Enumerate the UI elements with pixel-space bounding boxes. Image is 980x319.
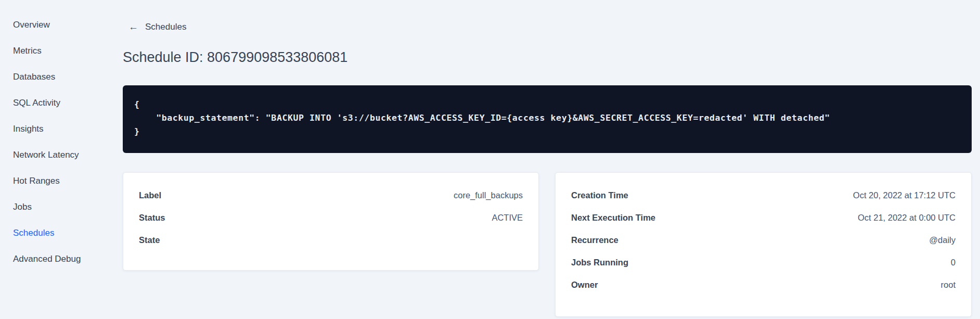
detail-label: Next Execution Time — [571, 212, 655, 223]
schedule-execution-card: Creation Time Oct 20, 2022 at 17:12 UTC … — [555, 172, 972, 317]
detail-label: State — [139, 234, 160, 246]
sidebar-item-schedules[interactable]: Schedules — [0, 220, 123, 246]
detail-row: Label core_full_backups — [139, 189, 523, 201]
detail-row: Creation Time Oct 20, 2022 at 17:12 UTC — [571, 189, 956, 201]
sidebar-item-insights[interactable]: Insights — [0, 116, 123, 142]
sidebar-item-network-latency[interactable]: Network Latency — [0, 142, 123, 168]
back-to-schedules-link[interactable]: ← Schedules — [128, 22, 186, 32]
back-link-label: Schedules — [145, 22, 186, 32]
sidebar-item-overview[interactable]: Overview — [0, 12, 123, 38]
detail-value: ACTIVE — [492, 212, 523, 223]
detail-cards: Label core_full_backups Status ACTIVE St… — [123, 172, 972, 317]
sidebar-item-hot-ranges[interactable]: Hot Ranges — [0, 168, 123, 194]
sidebar-item-advanced-debug[interactable]: Advanced Debug — [0, 246, 123, 272]
page-title: Schedule ID: 806799098533806081 — [123, 49, 972, 65]
sidebar: Overview Metrics Databases SQL Activity … — [0, 0, 123, 272]
detail-row: Status ACTIVE — [139, 212, 523, 223]
arrow-left-icon: ← — [128, 22, 138, 32]
detail-label: Creation Time — [571, 189, 628, 201]
detail-row: Owner root — [571, 279, 956, 290]
detail-value: @daily — [929, 234, 956, 246]
sidebar-item-jobs[interactable]: Jobs — [0, 194, 123, 220]
detail-value: Oct 21, 2022 at 0:00 UTC — [858, 212, 956, 223]
schedule-summary-card: Label core_full_backups Status ACTIVE St… — [123, 172, 539, 271]
detail-value: core_full_backups — [454, 189, 523, 201]
detail-label: Label — [139, 189, 161, 201]
detail-row: State — [139, 234, 523, 246]
sidebar-item-sql-activity[interactable]: SQL Activity — [0, 90, 123, 116]
detail-value: root — [941, 279, 956, 290]
backup-statement-code-block: { "backup_statement": "BACKUP INTO 's3:/… — [123, 85, 972, 153]
main-content: ← Schedules Schedule ID: 806799098533806… — [123, 0, 972, 317]
sidebar-item-metrics[interactable]: Metrics — [0, 38, 123, 64]
detail-row: Next Execution Time Oct 21, 2022 at 0:00… — [571, 212, 956, 223]
detail-label: Jobs Running — [571, 257, 628, 268]
detail-row: Jobs Running 0 — [571, 257, 956, 268]
detail-value: Oct 20, 2022 at 17:12 UTC — [853, 189, 956, 201]
sidebar-item-databases[interactable]: Databases — [0, 64, 123, 90]
detail-value: 0 — [951, 257, 956, 268]
detail-label: Status — [139, 212, 165, 223]
detail-label: Recurrence — [571, 234, 618, 246]
detail-row: Recurrence @daily — [571, 234, 956, 246]
detail-label: Owner — [571, 279, 598, 290]
